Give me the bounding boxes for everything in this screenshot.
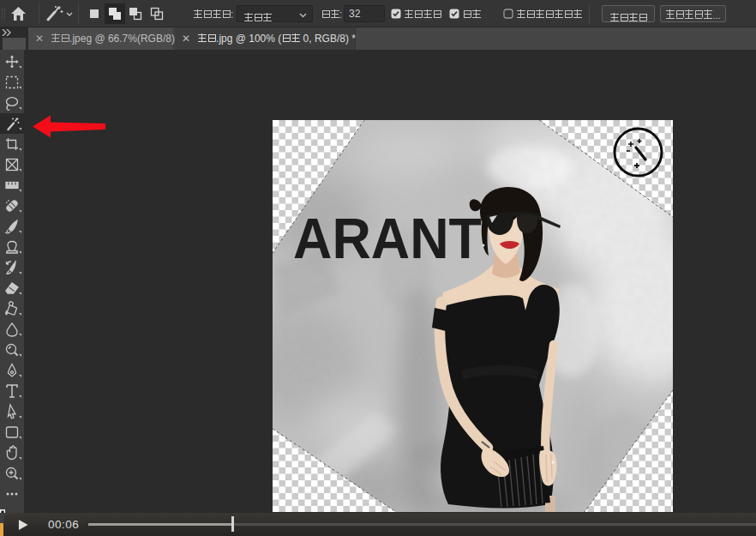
svg-text:ARANT: ARANT xyxy=(293,207,482,270)
